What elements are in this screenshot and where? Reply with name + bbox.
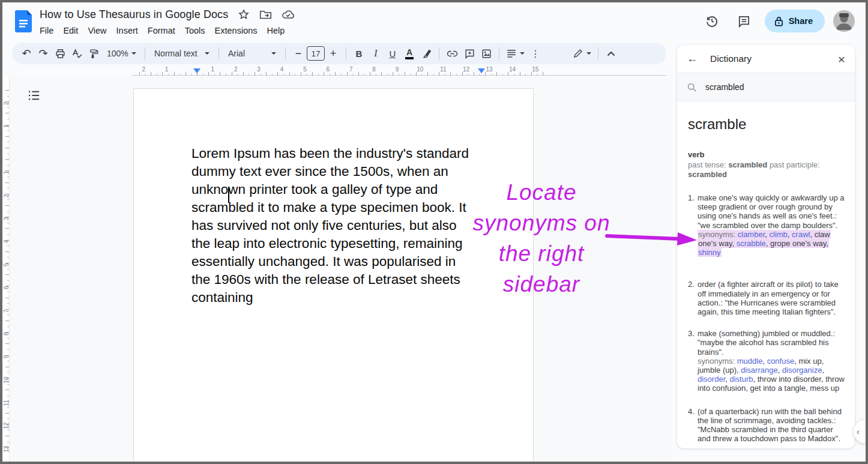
ruler-number: 13 [0, 445, 17, 453]
indent-marker-right[interactable] [478, 68, 485, 73]
highlighted-synonyms: synonyms: clamber, climb, crawl, claw on… [698, 230, 831, 257]
ruler-number: 1 [0, 169, 17, 176]
align-left-icon [506, 49, 517, 58]
more-vertical-icon: ⋮ [531, 48, 540, 59]
user-avatar[interactable] [833, 10, 855, 32]
synonym-link[interactable]: disorganize [782, 366, 822, 375]
word-forms: past tense: scrambled past participle: s… [688, 160, 831, 179]
toolbar-divider [346, 47, 346, 59]
synonym-link[interactable]: crawl [792, 230, 810, 239]
menu-item[interactable]: File [35, 24, 58, 37]
cloud-saved-icon[interactable] [282, 10, 295, 20]
dictionary-search-bar [677, 73, 855, 101]
ruler-number: 10 [0, 376, 17, 384]
editing-mode-button[interactable] [570, 45, 594, 62]
synonym-link[interactable]: muddle [737, 357, 763, 366]
ruler-number: 9 [0, 353, 17, 360]
undo-icon: ↶ [22, 48, 31, 59]
close-icon[interactable]: × [838, 53, 845, 65]
ruler-number: 4 [270, 66, 293, 73]
search-icon [687, 82, 697, 92]
zoom-select[interactable]: 100% [102, 45, 140, 62]
horizontal-ruler: 21123456789101112131415 [10, 66, 671, 76]
menu-item[interactable]: View [83, 24, 111, 37]
ruler-number: 5 [294, 66, 316, 73]
definition-item: 3. make (something) jumbled or muddled.:… [688, 329, 845, 393]
menu-item[interactable]: Edit [58, 24, 83, 37]
increase-font-size-button[interactable]: + [325, 45, 342, 62]
spellcheck-icon [71, 48, 83, 59]
synonym-link[interactable]: climb [770, 230, 788, 239]
hide-menus-button[interactable] [603, 45, 619, 62]
underline-icon: U [390, 49, 396, 58]
toolbar-divider [285, 47, 286, 59]
underline-button[interactable]: U [384, 45, 401, 62]
ruler-number: 2 [0, 100, 17, 107]
insert-image-button[interactable] [478, 45, 495, 62]
document-title[interactable]: How to Use Thesaurus in Google Docs [40, 8, 228, 21]
ruler-number: 15 [524, 66, 547, 73]
toolbar-divider [598, 47, 598, 59]
dictionary-search-input[interactable] [705, 82, 825, 92]
comments-icon[interactable] [732, 9, 756, 33]
text-color-button[interactable]: A [401, 45, 418, 62]
ruler-number: 11 [432, 66, 454, 73]
menu-item[interactable]: Extensions [210, 24, 262, 37]
show-outline-button[interactable] [25, 86, 43, 104]
ruler-number: 3 [0, 215, 17, 222]
star-icon[interactable] [238, 8, 250, 20]
ruler-number [0, 146, 17, 153]
google-docs-logo[interactable] [15, 10, 32, 32]
version-history-icon[interactable] [700, 9, 724, 33]
titlebar: How to Use Thesaurus in Google Docs File… [2, 2, 866, 40]
add-comment-button[interactable] [461, 45, 478, 62]
image-icon [481, 48, 492, 59]
synonym-link[interactable]: clamber [738, 230, 765, 239]
menu-item[interactable]: Format [143, 24, 180, 37]
ruler-number: 9 [385, 66, 408, 73]
add-comment-icon [464, 48, 475, 59]
definitions-list: 1. make one's way quickly or awkwardly u… [688, 193, 845, 443]
menu-item[interactable]: Tools [180, 24, 210, 37]
menu-item[interactable]: Insert [112, 24, 143, 37]
align-button[interactable] [504, 45, 527, 62]
bold-button[interactable]: B [351, 45, 367, 62]
menu-item[interactable]: Help [262, 24, 290, 37]
indent-marker-left[interactable] [193, 68, 200, 73]
decrease-font-size-button[interactable]: − [290, 45, 307, 62]
paint-format-button[interactable] [85, 45, 102, 62]
ruler-number: 1 [201, 66, 224, 73]
collapse-sidebar-button[interactable]: ‹ [854, 420, 866, 444]
synonym-link[interactable]: disturb [729, 375, 753, 384]
move-to-folder-icon[interactable] [259, 9, 272, 20]
synonym-link[interactable]: disorder [698, 375, 725, 384]
highlight-color-button[interactable] [418, 45, 435, 62]
ruler-number: 14 [501, 66, 523, 73]
document-page: Lorem Ipsum has been the industry's stan… [133, 88, 534, 464]
synonym-link[interactable]: scrabble [737, 239, 766, 248]
redo-button[interactable]: ↷ [35, 45, 52, 62]
italic-icon: I [374, 49, 377, 58]
synonym-link[interactable]: disarrange [741, 366, 777, 375]
back-arrow-icon[interactable]: ← [687, 52, 698, 65]
font-family-select[interactable]: Arial [223, 45, 281, 62]
document-canvas: Lorem Ipsum has been the industry's stan… [10, 76, 671, 462]
synonym-link[interactable]: confuse [767, 357, 795, 366]
insert-link-button[interactable] [444, 45, 461, 62]
lock-icon [774, 16, 783, 26]
italic-button[interactable]: I [367, 45, 384, 62]
print-button[interactable] [52, 45, 68, 62]
definition-text: make (something) jumbled or muddled.: "m… [698, 329, 835, 356]
font-size-input[interactable] [307, 46, 325, 61]
share-button[interactable]: Share [765, 10, 825, 32]
paragraph-style-select[interactable]: Normal text [149, 45, 214, 62]
undo-button[interactable]: ↶ [18, 45, 35, 62]
definition-item: 1. make one's way quickly or awkwardly u… [688, 193, 845, 257]
document-text[interactable]: Lorem Ipsum has been the industry's stan… [191, 145, 474, 307]
more-options-button[interactable]: ⋮ [527, 45, 544, 62]
spellcheck-button[interactable] [68, 45, 85, 62]
ruler-number: 6 [0, 284, 17, 291]
synonym-link[interactable]: shinny [698, 248, 721, 257]
ruler-number: 7 [340, 66, 363, 73]
ruler-number: 12 [0, 423, 17, 430]
